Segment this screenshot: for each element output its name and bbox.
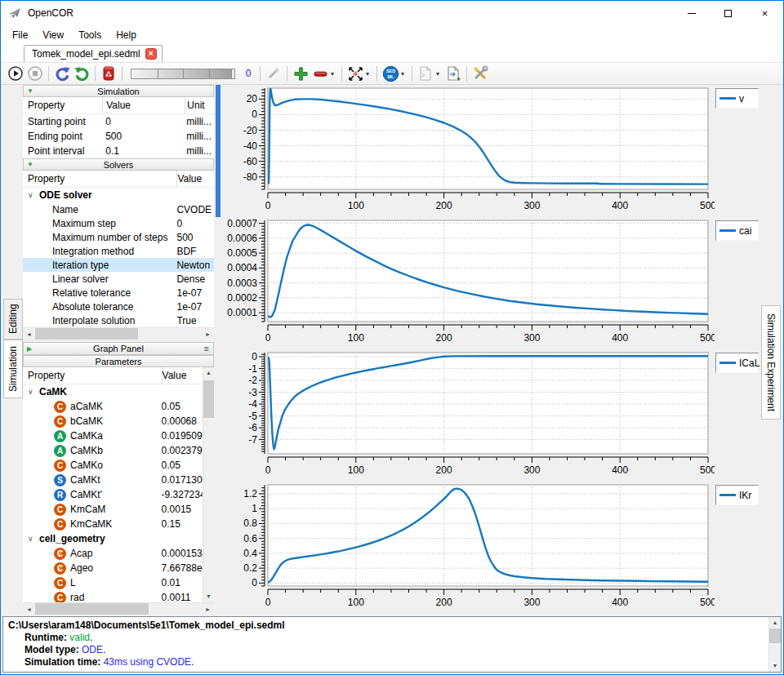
param-row-kmcamk[interactable]: CKmCaMK0.15 bbox=[23, 517, 214, 531]
remove-graph-panel-button[interactable] bbox=[310, 64, 330, 83]
graph-panel-header[interactable]: ▶ Graph Panel ≡ bbox=[23, 342, 214, 355]
solver-row-iteration-type[interactable]: Iteration typeNewton bbox=[23, 258, 214, 272]
remove-graph-panel-dropdown[interactable]: ▾ bbox=[331, 70, 338, 78]
reload-view-button[interactable] bbox=[72, 64, 91, 83]
solver-row-linear-solver[interactable]: Linear solverDense bbox=[23, 272, 214, 286]
scroll-up-icon[interactable]: ▲ bbox=[203, 367, 214, 379]
legend-IKr[interactable]: IKr bbox=[715, 485, 759, 505]
svg-text:0.2: 0.2 bbox=[243, 562, 257, 574]
table-row-point-interval[interactable]: Point interval0.1milli... bbox=[23, 144, 214, 158]
parameters-hscrollbar[interactable]: ◄ ► bbox=[23, 602, 214, 615]
tab-close-icon[interactable]: × bbox=[145, 48, 157, 60]
reset-parameters-button[interactable] bbox=[52, 64, 72, 83]
menu-view[interactable]: View bbox=[35, 27, 71, 43]
plot-area-v[interactable]: 200-20-40-60-800100200300400500 bbox=[220, 85, 715, 217]
solver-row-integration-method[interactable]: Integration methodBDF bbox=[23, 244, 214, 258]
scroll-down-icon[interactable]: ▼ bbox=[203, 591, 214, 602]
graph-panel-menu-icon[interactable]: ≡ bbox=[204, 344, 209, 353]
param-row-camkt-[interactable]: RCaMKt'-9.327234 bbox=[23, 487, 214, 502]
close-button[interactable]: × bbox=[746, 2, 783, 25]
param-row-camkb[interactable]: ACaMKb0.0023795 bbox=[23, 443, 214, 458]
menu-file[interactable]: File bbox=[5, 27, 35, 43]
stop-button[interactable] bbox=[25, 64, 45, 83]
param-row-camko[interactable]: CCaMKo0.05 bbox=[23, 458, 214, 473]
solver-row-maximum-step[interactable]: Maximum step0 bbox=[23, 216, 214, 230]
solver-row-name[interactable]: NameCVODE bbox=[23, 202, 214, 216]
expand-chevron-icon[interactable]: ∨ bbox=[28, 388, 39, 396]
param-row-ageo[interactable]: ȻAgeo7.66788e- bbox=[23, 561, 214, 575]
menu-tools[interactable]: Tools bbox=[71, 27, 109, 43]
legend-column: ICaL bbox=[715, 349, 761, 482]
table-row-starting-point[interactable]: Starting point0milli... bbox=[23, 114, 214, 129]
fit-to-view-dropdown[interactable]: ▾ bbox=[366, 70, 373, 78]
param-row-l[interactable]: CL0.01 bbox=[23, 575, 214, 590]
graph-panel-title: Graph Panel bbox=[24, 344, 213, 353]
scroll-left-icon[interactable]: ◄ bbox=[23, 606, 35, 612]
cellml-export-button[interactable] bbox=[416, 64, 435, 83]
graph-panel-v[interactable]: 200-20-40-60-800100200300400500v bbox=[216, 85, 761, 217]
develop-mode-button[interactable] bbox=[264, 64, 283, 83]
param-name: CaMKa bbox=[70, 430, 103, 442]
table-row-ending-point[interactable]: Ending point500milli... bbox=[23, 129, 214, 144]
minimize-button[interactable] bbox=[673, 2, 710, 25]
param-row-acamk[interactable]: CaCaMK0.05 bbox=[23, 399, 214, 414]
mode-tab-simulation[interactable]: Simulation bbox=[3, 340, 23, 398]
param-row-camka[interactable]: ACaMKa0.0195095 bbox=[23, 429, 214, 443]
scroll-left-icon[interactable]: ◄ bbox=[23, 331, 35, 337]
parameters-vscrollbar[interactable]: ▲ ▼ bbox=[203, 367, 214, 602]
solver-row-maximum-number-of-steps[interactable]: Maximum number of steps500 bbox=[23, 230, 214, 244]
sedml-button[interactable]: SEDML bbox=[381, 64, 400, 83]
sedml-export-button[interactable]: ▾ bbox=[443, 64, 463, 83]
legend-v[interactable]: v bbox=[715, 88, 759, 109]
run-pause-button[interactable] bbox=[6, 64, 25, 83]
plot-area-ICaL[interactable]: 0-1-2-3-4-5-6-70100200300400500 bbox=[220, 349, 715, 482]
plot-area-cai[interactable]: 0.00070.00060.00050.00040.00030.00020.00… bbox=[220, 217, 715, 349]
param-row-acap[interactable]: ȻAcap0.0001533 bbox=[23, 546, 214, 561]
simulation-section-header[interactable]: ▼ Simulation bbox=[23, 85, 214, 97]
delay-slider[interactable] bbox=[131, 69, 235, 79]
svg-text:0: 0 bbox=[252, 351, 257, 362]
expand-chevron-icon[interactable]: ∨ bbox=[28, 191, 39, 199]
solvers-hscrollbar[interactable]: ◄ ► bbox=[23, 327, 214, 340]
cellml-export-dropdown[interactable]: ▾ bbox=[436, 70, 443, 78]
solver-row-relative-tolerance[interactable]: Relative tolerance1e-07 bbox=[23, 286, 214, 300]
preferences-button[interactable] bbox=[470, 64, 490, 83]
svg-text:SED: SED bbox=[385, 69, 394, 73]
ode-solver-group-row[interactable]: ∨ODE solver bbox=[23, 188, 214, 202]
add-graph-panel-button[interactable] bbox=[291, 64, 310, 83]
solver-row-interpolate-solution[interactable]: Interpolate solutionTrue bbox=[23, 313, 214, 327]
tab-simulation-experiment[interactable]: Simulation Experiment bbox=[761, 305, 781, 420]
console-scrollbar[interactable]: ▲ ▼ bbox=[768, 617, 781, 672]
plot-area-IKr[interactable]: 1.210.80.60.40.200100200300400500 bbox=[220, 482, 715, 614]
sedml-dropdown[interactable]: ▾ bbox=[401, 70, 408, 78]
delay-slider-handle[interactable] bbox=[231, 69, 234, 78]
scroll-right-icon[interactable]: ► bbox=[202, 331, 214, 337]
parameters-section-header[interactable]: Parameters bbox=[23, 355, 214, 367]
param-row-bcamk[interactable]: CbCaMK0.00068 bbox=[23, 414, 214, 429]
menu-help[interactable]: Help bbox=[109, 27, 144, 43]
legend-cai[interactable]: cai bbox=[715, 220, 759, 241]
graph-panel-cai[interactable]: 0.00070.00060.00050.00040.00030.00020.00… bbox=[216, 217, 761, 349]
scroll-right-icon[interactable]: ► bbox=[202, 606, 214, 612]
solvers-section-header[interactable]: ▼ Solvers bbox=[23, 158, 214, 171]
clear-results-button[interactable] bbox=[99, 64, 118, 83]
solver-row-absolute-tolerance[interactable]: Absolute tolerance1e-07 bbox=[23, 300, 214, 313]
svg-text:200: 200 bbox=[436, 464, 452, 476]
scroll-down-icon[interactable]: ▼ bbox=[769, 660, 781, 672]
scroll-up-icon[interactable]: ▲ bbox=[769, 617, 781, 628]
legend-ICaL[interactable]: ICaL bbox=[715, 353, 759, 373]
svg-text:-5: -5 bbox=[248, 411, 257, 422]
expand-chevron-icon[interactable]: ∨ bbox=[28, 535, 39, 543]
mode-tab-editing[interactable]: Editing bbox=[3, 299, 23, 340]
file-tab[interactable]: Tomek_model_epi.sedml × bbox=[24, 45, 163, 62]
graph-panel-ICaL[interactable]: 0-1-2-3-4-5-6-70100200300400500ICaL bbox=[216, 349, 761, 482]
legend-column: cai bbox=[715, 217, 761, 349]
maximize-button[interactable] bbox=[710, 2, 746, 25]
graph-panel-IKr[interactable]: 1.210.80.60.40.200100200300400500IKr bbox=[216, 482, 761, 614]
fit-to-view-button[interactable] bbox=[345, 64, 365, 83]
param-group-camk[interactable]: ∨CaMK bbox=[23, 384, 214, 399]
param-row-rad[interactable]: Crad0.0011 bbox=[23, 590, 214, 602]
param-row-kmcam[interactable]: CKmCaM0.0015 bbox=[23, 502, 214, 517]
param-group-cell-geometry[interactable]: ∨cell_geometry bbox=[23, 531, 214, 546]
param-row-camkt[interactable]: SCaMKt0.0171300 bbox=[23, 473, 214, 487]
